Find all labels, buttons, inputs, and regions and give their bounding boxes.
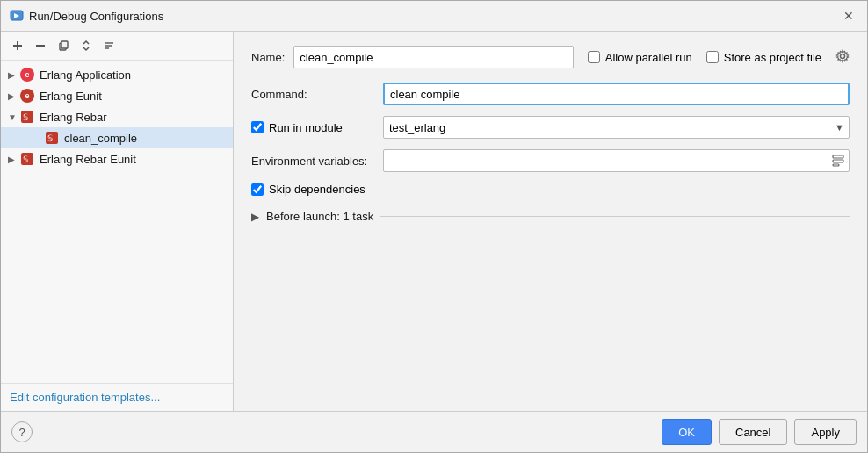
tree-item-erlang-rebar-eunit[interactable]: ▶ 𝕊 Erlang Rebar Eunit: [1, 148, 233, 169]
title-bar: Run/Debug Configurations ✕: [1, 1, 867, 32]
before-launch-row: ▶ Before launch: 1 task: [251, 206, 850, 223]
module-dropdown[interactable]: test_erlang: [383, 116, 850, 139]
svg-rect-18: [833, 160, 843, 162]
svg-text:𝕊: 𝕊: [23, 112, 28, 122]
ok-button[interactable]: OK: [662, 419, 712, 445]
name-label: Name:: [251, 51, 285, 64]
before-launch-divider: [380, 216, 850, 217]
edit-templates-link-area: Edit configuration templates...: [1, 383, 233, 411]
skip-dependencies-label[interactable]: Skip dependencies: [269, 183, 365, 196]
allow-parallel-label[interactable]: Allow parallel run: [605, 51, 692, 64]
tree-item-clean-compile[interactable]: 𝕊 clean_compile: [1, 127, 233, 148]
tree-arrow-erlang-application: ▶: [8, 70, 20, 80]
env-browse-button[interactable]: [828, 151, 848, 170]
command-row: Command:: [251, 83, 850, 105]
dialog-title: Run/Debug Configurations: [29, 10, 839, 23]
sort-config-button[interactable]: [99, 36, 119, 55]
allow-parallel-checkbox[interactable]: [588, 51, 600, 63]
skip-dependencies-checkbox-row: Skip dependencies: [251, 183, 365, 196]
store-as-project-row: Store as project file: [706, 51, 821, 64]
tree-label-erlang-rebar: Erlang Rebar: [40, 111, 107, 124]
tree-item-erlang-eunit[interactable]: ▶ e Erlang Eunit: [1, 85, 233, 106]
tree-arrow-erlang-rebar-eunit: ▶: [8, 155, 20, 164]
command-label: Command:: [251, 88, 374, 101]
run-debug-dialog: Run/Debug Configurations ✕: [0, 0, 868, 453]
store-as-project-checkbox[interactable]: [706, 51, 719, 63]
erlang-rebar-icon: 𝕊: [20, 109, 36, 125]
erlang-application-icon: e: [20, 67, 36, 83]
before-launch-label: Before launch: 1 task: [266, 210, 373, 223]
svg-rect-19: [833, 164, 839, 166]
run-in-module-label[interactable]: Run in module: [269, 121, 343, 134]
env-vars-input[interactable]: [383, 149, 850, 172]
before-launch-toggle[interactable]: ▶: [251, 211, 259, 223]
command-input[interactable]: [383, 83, 850, 105]
close-button[interactable]: ✕: [839, 6, 858, 25]
skip-dependencies-checkbox[interactable]: [251, 183, 264, 196]
tree-item-erlang-application[interactable]: ▶ e Erlang Application: [1, 64, 233, 85]
svg-text:𝕊: 𝕊: [47, 133, 53, 143]
top-bar: Name: Allow parallel run Store as projec…: [251, 46, 850, 68]
env-vars-label: Environment variables:: [251, 155, 374, 168]
tree-item-erlang-rebar[interactable]: ▼ 𝕊 Erlang Rebar: [1, 106, 233, 127]
edit-templates-link[interactable]: Edit configuration templates...: [10, 391, 160, 404]
dialog-icon: [10, 9, 24, 23]
module-dropdown-wrap: test_erlang ▼: [383, 116, 850, 139]
run-in-module-checkbox-row: Run in module: [251, 121, 374, 134]
erlang-eunit-icon: e: [20, 88, 36, 104]
form-section: Command: Run in module test_erlang ▼: [251, 83, 850, 223]
tree-arrow-erlang-eunit: ▶: [8, 91, 20, 101]
left-panel: ▶ e Erlang Application ▶ e Erlang Eunit: [1, 32, 234, 411]
move-config-button[interactable]: [76, 36, 96, 55]
bottom-bar: ? OK Cancel Apply: [1, 411, 867, 452]
config-tree: ▶ e Erlang Application ▶ e Erlang Eunit: [1, 61, 233, 383]
svg-point-16: [841, 54, 845, 58]
main-area: ▶ e Erlang Application ▶ e Erlang Eunit: [1, 32, 867, 411]
tree-label-clean-compile: clean_compile: [64, 132, 137, 145]
erlang-rebar-eunit-icon: 𝕊: [20, 151, 36, 167]
tree-label-erlang-eunit: Erlang Eunit: [40, 90, 102, 103]
tree-arrow-erlang-rebar: ▼: [8, 112, 20, 122]
svg-text:𝕊: 𝕊: [23, 155, 28, 164]
name-input[interactable]: [293, 46, 573, 68]
right-panel: Name: Allow parallel run Store as projec…: [234, 32, 867, 411]
svg-rect-6: [61, 41, 68, 48]
remove-config-button[interactable]: [31, 36, 50, 55]
tree-label-erlang-rebar-eunit: Erlang Rebar Eunit: [40, 153, 136, 166]
cancel-button[interactable]: Cancel: [719, 419, 787, 445]
left-toolbar: [1, 32, 233, 61]
name-row: Name:: [251, 46, 574, 68]
allow-parallel-row: Allow parallel run: [588, 51, 692, 64]
env-input-wrap: [383, 149, 850, 172]
env-vars-row: Environment variables:: [251, 149, 850, 172]
copy-config-button[interactable]: [54, 36, 73, 55]
run-in-module-row: Run in module test_erlang ▼: [251, 116, 850, 139]
apply-button[interactable]: Apply: [794, 419, 857, 445]
tree-label-erlang-application: Erlang Application: [40, 68, 131, 82]
store-as-project-label[interactable]: Store as project file: [724, 51, 821, 64]
help-button[interactable]: ?: [11, 421, 33, 442]
skip-dependencies-row: Skip dependencies: [251, 183, 850, 196]
add-config-button[interactable]: [8, 36, 27, 55]
run-in-module-checkbox[interactable]: [251, 121, 264, 133]
gear-icon[interactable]: [835, 49, 850, 66]
clean-compile-icon: 𝕊: [45, 130, 61, 146]
svg-rect-17: [833, 155, 843, 158]
